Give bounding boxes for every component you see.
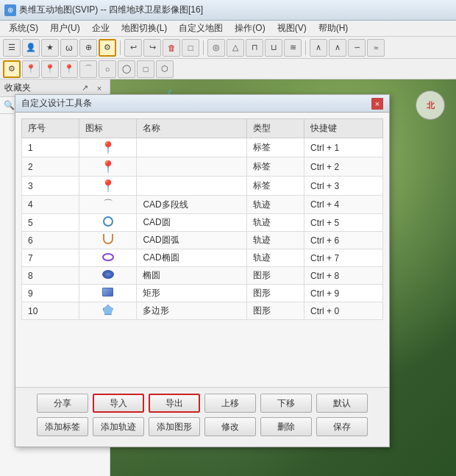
table-row[interactable]: 6CAD圆弧轨迹Ctrl + 6 [22,232,383,249]
menu-item-用户U[interactable]: 用户(U) [44,21,86,36]
menu-item-系统S[interactable]: 系统(S) [3,21,44,36]
cell-icon: 📍 [79,157,137,177]
table-row[interactable]: 9矩形图形Ctrl + 9 [22,285,383,302]
tb-track-btn[interactable]: ω [60,39,78,57]
custom-toolbar-dialog: 自定义设计工具条 × 序号 图标 名称 类型 快捷键 1📍标签Ctrl + 12… [15,94,390,447]
menu-item-自定义地图[interactable]: 自定义地图 [173,21,229,36]
tb-measure4-btn[interactable]: ≈ [367,39,385,57]
tb-delete-btn[interactable]: 🗑 [163,39,180,57]
add-track-button[interactable]: 添加轨迹 [93,417,144,436]
col-header-icon: 图标 [79,119,137,138]
table-row[interactable]: 4⌒CAD多段线轨迹Ctrl + 4 [22,196,383,214]
move-down-button[interactable]: 下移 [260,394,312,413]
dialog-close-button[interactable]: × [371,98,383,110]
cell-icon [79,267,137,285]
move-up-button[interactable]: 上移 [204,394,256,413]
tb-user-btn[interactable]: 👤 [22,39,40,57]
tb-rect-sel-btn[interactable]: □ [182,39,199,57]
cell-name [137,157,246,177]
cell-shortcut: Ctrl + 9 [304,285,383,302]
tb2-pin2-btn[interactable]: 📍 [41,60,59,78]
tb-redo-btn[interactable]: ↪ [143,39,161,57]
tb2-pin1-btn[interactable]: 📍 [22,60,40,78]
tb2-circle-btn[interactable]: ○ [99,60,116,78]
cell-shortcut: Ctrl + 1 [304,138,383,157]
cell-shortcut: Ctrl + 7 [304,249,383,267]
tb-system-btn[interactable]: ☰ [3,39,21,57]
col-header-shortcut: 快捷键 [304,119,383,138]
menu-item-视图V[interactable]: 视图(V) [271,21,313,36]
dialog-title-bar: 自定义设计工具条 × [15,95,389,113]
cell-num: 4 [22,196,79,214]
cell-name [137,177,246,196]
table-row[interactable]: 8椭圆图形Ctrl + 8 [22,267,383,285]
cell-name: 椭圆 [137,267,246,285]
tb2-rect-btn[interactable]: □ [137,60,154,78]
delete-button[interactable]: 删除 [260,417,312,436]
tool-table: 序号 图标 名称 类型 快捷键 1📍标签Ctrl + 12📍标签Ctrl + 2… [21,118,383,320]
cell-shortcut: Ctrl + 8 [304,267,383,285]
default-button[interactable]: 默认 [316,394,368,413]
menu-item-帮助H[interactable]: 帮助(H) [313,21,355,36]
modify-button[interactable]: 修改 [204,417,256,436]
tb2-pin3-btn[interactable]: 📍 [60,60,78,78]
cell-name: 矩形 [137,285,246,302]
cell-num: 9 [22,285,79,302]
tb-map4-btn[interactable]: ≋ [284,39,302,57]
menu-item-操作O[interactable]: 操作(O) [229,21,271,36]
dialog-overlay: 自定义设计工具条 × 序号 图标 名称 类型 快捷键 1📍标签Ctrl + 12… [0,79,456,476]
tb-measure2-btn[interactable]: ∧ [329,39,346,57]
cell-num: 6 [22,232,79,249]
cell-num: 3 [22,177,79,196]
table-row[interactable]: 2📍标签Ctrl + 2 [22,157,383,177]
toolbar-separator-2 [203,40,204,55]
cell-name: CAD圆弧 [137,232,246,249]
tb-undo-btn[interactable]: ↩ [124,39,142,57]
cell-shortcut: Ctrl + 6 [304,232,383,249]
tb2-arc-btn[interactable]: ⌒ [79,60,97,78]
cell-type: 图形 [246,267,304,285]
table-row[interactable]: 5CAD圆轨迹Ctrl + 5 [22,214,383,232]
tb-loc-btn[interactable]: ◎ [207,39,225,57]
add-label-button[interactable]: 添加标签 [37,417,88,436]
tb-add-btn[interactable]: ⊕ [79,39,97,57]
cell-name: CAD椭圆 [137,249,246,267]
tb2-ellipse-btn[interactable]: ◯ [118,60,135,78]
col-header-type: 类型 [246,119,304,138]
tb2-polygon-btn[interactable]: ⬡ [156,60,174,78]
cell-icon: ⌒ [79,196,137,214]
dialog-buttons-area: 分享 导入 导出 上移 下移 默认 添加标签 添加轨迹 添加图形 修改 删除 保… [15,387,389,447]
menu-item-企业[interactable]: 企业 [86,21,115,36]
cell-num: 5 [22,214,79,232]
table-row[interactable]: 7CAD椭圆轨迹Ctrl + 7 [22,249,383,267]
save-button[interactable]: 保存 [316,417,368,436]
add-shape-button[interactable]: 添加图形 [149,417,200,436]
table-row[interactable]: 3📍标签Ctrl + 3 [22,177,383,196]
cell-icon [79,249,137,267]
import-button[interactable]: 导入 [93,394,144,413]
tb-map2-btn[interactable]: ⊓ [246,39,263,57]
cell-num: 1 [22,138,79,157]
cell-num: 8 [22,267,79,285]
tb-measure3-btn[interactable]: ∽ [348,39,366,57]
tb-map3-btn[interactable]: ⊔ [265,39,282,57]
tb-star-btn[interactable]: ★ [41,39,59,57]
table-row[interactable]: 1📍标签Ctrl + 1 [22,138,383,157]
col-header-num: 序号 [22,119,79,138]
menu-item-地图切换L[interactable]: 地图切换(L) [115,21,174,36]
app-icon: ⊕ [4,4,16,16]
cell-num: 7 [22,249,79,267]
share-button[interactable]: 分享 [37,394,88,413]
cell-name [137,138,246,157]
export-button[interactable]: 导出 [149,394,200,413]
cell-icon [79,232,137,249]
tb-settings-btn[interactable]: ⚙ [99,39,116,57]
tb2-gear-btn[interactable]: ⚙ [3,60,21,78]
cell-type: 标签 [246,177,304,196]
tb-map1-btn[interactable]: △ [227,39,244,57]
cell-type: 标签 [246,157,304,177]
dialog-button-row2: 添加标签 添加轨迹 添加图形 修改 删除 保存 [21,417,383,436]
tb-measure1-btn[interactable]: ∧ [310,39,327,57]
cell-num: 2 [22,157,79,177]
table-row[interactable]: 10多边形图形Ctrl + 0 [22,302,383,320]
